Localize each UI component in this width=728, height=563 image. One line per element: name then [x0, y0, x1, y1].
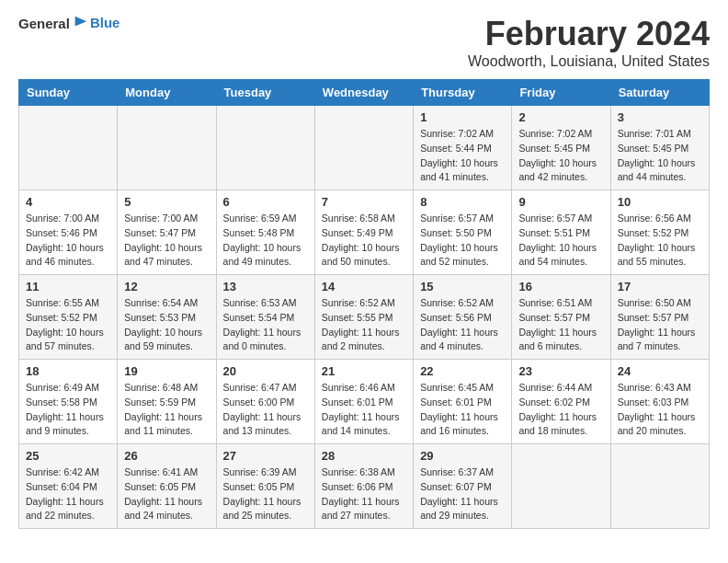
- logo: General Blue: [18, 15, 119, 31]
- day-info: Sunrise: 6:56 AMSunset: 5:52 PMDaylight:…: [618, 212, 702, 270]
- calendar-cell: [512, 444, 610, 529]
- day-info: Sunrise: 6:58 AMSunset: 5:49 PMDaylight:…: [322, 212, 406, 270]
- calendar-week-row: 4Sunrise: 7:00 AMSunset: 5:46 PMDaylight…: [19, 190, 710, 275]
- calendar-header-saturday: Saturday: [610, 80, 709, 106]
- calendar-cell: 2Sunrise: 7:02 AMSunset: 5:45 PMDaylight…: [512, 106, 610, 190]
- day-info: Sunrise: 6:46 AMSunset: 6:01 PMDaylight:…: [322, 381, 406, 439]
- calendar-cell: 19Sunrise: 6:48 AMSunset: 5:59 PMDayligh…: [118, 360, 216, 444]
- calendar-cell: 26Sunrise: 6:41 AMSunset: 6:05 PMDayligh…: [118, 444, 216, 529]
- day-number: 5: [124, 195, 209, 209]
- calendar-cell: 9Sunrise: 6:57 AMSunset: 5:51 PMDaylight…: [512, 190, 610, 275]
- logo-text-blue: Blue: [90, 15, 120, 30]
- calendar-cell: 25Sunrise: 6:42 AMSunset: 6:04 PMDayligh…: [19, 444, 118, 529]
- day-number: 10: [618, 195, 702, 209]
- day-info: Sunrise: 6:52 AMSunset: 5:56 PMDaylight:…: [420, 296, 505, 354]
- day-number: 22: [420, 364, 505, 378]
- calendar-cell: 4Sunrise: 7:00 AMSunset: 5:46 PMDaylight…: [19, 190, 118, 275]
- calendar-cell: 6Sunrise: 6:59 AMSunset: 5:48 PMDaylight…: [216, 190, 314, 275]
- day-info: Sunrise: 6:55 AMSunset: 5:52 PMDaylight:…: [26, 296, 110, 354]
- day-info: Sunrise: 6:45 AMSunset: 6:01 PMDaylight:…: [420, 381, 505, 439]
- calendar-cell: [314, 106, 413, 190]
- day-info: Sunrise: 6:48 AMSunset: 5:59 PMDaylight:…: [124, 381, 209, 439]
- calendar-cell: [610, 444, 709, 529]
- calendar-cell: 27Sunrise: 6:39 AMSunset: 6:05 PMDayligh…: [216, 444, 314, 529]
- day-number: 12: [124, 280, 209, 293]
- calendar-body: 1Sunrise: 7:02 AMSunset: 5:44 PMDaylight…: [19, 106, 710, 529]
- calendar-cell: 12Sunrise: 6:54 AMSunset: 5:53 PMDayligh…: [118, 275, 216, 360]
- day-number: 1: [420, 110, 505, 124]
- logo-text-general: General: [18, 16, 70, 31]
- calendar-cell: [19, 106, 118, 190]
- day-info: Sunrise: 6:47 AMSunset: 6:00 PMDaylight:…: [223, 381, 308, 439]
- calendar-week-row: 18Sunrise: 6:49 AMSunset: 5:58 PMDayligh…: [19, 360, 710, 444]
- day-number: 26: [124, 449, 209, 463]
- day-number: 6: [223, 195, 308, 209]
- day-number: 24: [618, 364, 702, 378]
- calendar-week-row: 11Sunrise: 6:55 AMSunset: 5:52 PMDayligh…: [19, 275, 710, 360]
- calendar-cell: [118, 106, 216, 190]
- day-info: Sunrise: 6:57 AMSunset: 5:50 PMDaylight:…: [420, 212, 505, 270]
- calendar-cell: 3Sunrise: 7:01 AMSunset: 5:45 PMDaylight…: [610, 106, 709, 190]
- day-info: Sunrise: 7:02 AMSunset: 5:45 PMDaylight:…: [518, 127, 603, 185]
- day-info: Sunrise: 6:44 AMSunset: 6:02 PMDaylight:…: [518, 381, 603, 439]
- calendar-cell: 20Sunrise: 6:47 AMSunset: 6:00 PMDayligh…: [216, 360, 314, 444]
- day-info: Sunrise: 6:50 AMSunset: 5:57 PMDaylight:…: [618, 296, 702, 354]
- day-number: 29: [420, 449, 505, 463]
- day-number: 19: [124, 364, 209, 378]
- page-header: General Blue February 2024 Woodworth, Lo…: [18, 15, 710, 70]
- day-number: 18: [26, 364, 110, 378]
- calendar-cell: 16Sunrise: 6:51 AMSunset: 5:57 PMDayligh…: [512, 275, 610, 360]
- day-info: Sunrise: 6:57 AMSunset: 5:51 PMDaylight:…: [518, 212, 603, 270]
- day-info: Sunrise: 6:54 AMSunset: 5:53 PMDaylight:…: [124, 296, 209, 354]
- day-number: 27: [223, 449, 308, 463]
- day-info: Sunrise: 6:51 AMSunset: 5:57 PMDaylight:…: [518, 296, 603, 354]
- day-info: Sunrise: 6:42 AMSunset: 6:04 PMDaylight:…: [26, 465, 110, 523]
- calendar-header-thursday: Thursday: [414, 80, 512, 106]
- day-number: 2: [518, 110, 603, 124]
- day-number: 3: [618, 110, 702, 124]
- calendar-header-sunday: Sunday: [19, 80, 118, 106]
- day-info: Sunrise: 6:53 AMSunset: 5:54 PMDaylight:…: [223, 296, 308, 354]
- subtitle: Woodworth, Louisiana, United States: [468, 53, 710, 70]
- day-info: Sunrise: 6:37 AMSunset: 6:07 PMDaylight:…: [420, 465, 505, 523]
- calendar-cell: 17Sunrise: 6:50 AMSunset: 5:57 PMDayligh…: [610, 275, 709, 360]
- calendar-cell: [216, 106, 314, 190]
- day-number: 13: [223, 280, 308, 293]
- day-info: Sunrise: 6:38 AMSunset: 6:06 PMDaylight:…: [322, 465, 406, 523]
- calendar-cell: 1Sunrise: 7:02 AMSunset: 5:44 PMDaylight…: [414, 106, 512, 190]
- calendar-cell: 24Sunrise: 6:43 AMSunset: 6:03 PMDayligh…: [610, 360, 709, 444]
- calendar-cell: 23Sunrise: 6:44 AMSunset: 6:02 PMDayligh…: [512, 360, 610, 444]
- day-info: Sunrise: 6:39 AMSunset: 6:05 PMDaylight:…: [223, 465, 308, 523]
- day-info: Sunrise: 7:02 AMSunset: 5:44 PMDaylight:…: [420, 127, 505, 185]
- calendar-cell: 13Sunrise: 6:53 AMSunset: 5:54 PMDayligh…: [216, 275, 314, 360]
- calendar-cell: 11Sunrise: 6:55 AMSunset: 5:52 PMDayligh…: [19, 275, 118, 360]
- day-info: Sunrise: 6:41 AMSunset: 6:05 PMDaylight:…: [124, 465, 209, 523]
- day-number: 21: [322, 364, 406, 378]
- day-number: 9: [518, 195, 603, 209]
- calendar-cell: 29Sunrise: 6:37 AMSunset: 6:07 PMDayligh…: [414, 444, 512, 529]
- day-info: Sunrise: 7:00 AMSunset: 5:47 PMDaylight:…: [124, 212, 209, 270]
- calendar-week-row: 1Sunrise: 7:02 AMSunset: 5:44 PMDaylight…: [19, 106, 710, 190]
- calendar-cell: 18Sunrise: 6:49 AMSunset: 5:58 PMDayligh…: [19, 360, 118, 444]
- day-number: 25: [26, 449, 110, 463]
- day-info: Sunrise: 6:52 AMSunset: 5:55 PMDaylight:…: [322, 296, 406, 354]
- day-info: Sunrise: 6:59 AMSunset: 5:48 PMDaylight:…: [223, 212, 308, 270]
- calendar-header-monday: Monday: [118, 80, 216, 106]
- day-number: 7: [322, 195, 406, 209]
- title-area: February 2024 Woodworth, Louisiana, Unit…: [468, 15, 710, 70]
- calendar-cell: 10Sunrise: 6:56 AMSunset: 5:52 PMDayligh…: [610, 190, 709, 275]
- calendar-cell: 15Sunrise: 6:52 AMSunset: 5:56 PMDayligh…: [414, 275, 512, 360]
- calendar-cell: 21Sunrise: 6:46 AMSunset: 6:01 PMDayligh…: [314, 360, 413, 444]
- day-number: 17: [618, 280, 702, 293]
- calendar-header-row: SundayMondayTuesdayWednesdayThursdayFrid…: [19, 80, 710, 106]
- calendar-cell: 7Sunrise: 6:58 AMSunset: 5:49 PMDaylight…: [314, 190, 413, 275]
- day-info: Sunrise: 6:49 AMSunset: 5:58 PMDaylight:…: [26, 381, 110, 439]
- calendar-header-wednesday: Wednesday: [314, 80, 413, 106]
- calendar-cell: 28Sunrise: 6:38 AMSunset: 6:06 PMDayligh…: [314, 444, 413, 529]
- day-number: 28: [322, 449, 406, 463]
- calendar-header-friday: Friday: [512, 80, 610, 106]
- day-number: 4: [26, 195, 110, 209]
- day-info: Sunrise: 6:43 AMSunset: 6:03 PMDaylight:…: [618, 381, 702, 439]
- calendar-cell: 22Sunrise: 6:45 AMSunset: 6:01 PMDayligh…: [414, 360, 512, 444]
- day-info: Sunrise: 7:00 AMSunset: 5:46 PMDaylight:…: [26, 212, 110, 270]
